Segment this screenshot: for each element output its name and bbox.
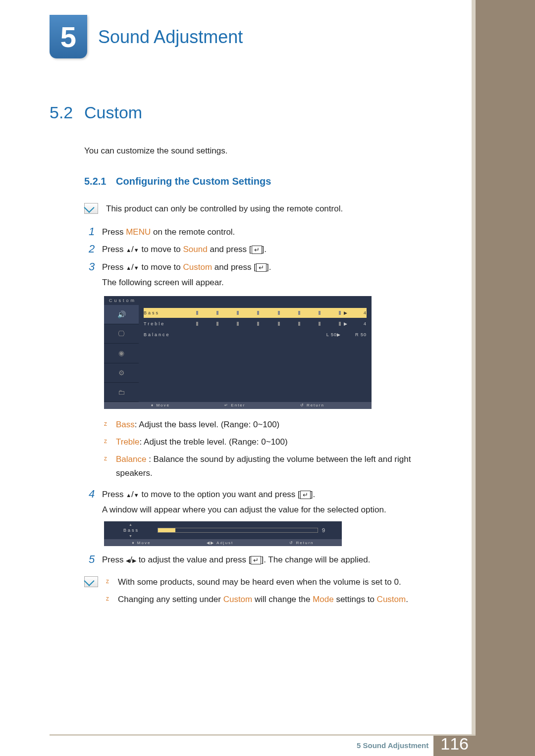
highlight-sound: Sound (183, 245, 208, 254)
footer-divider (50, 734, 476, 736)
note-block-1: This product can only be controlled by u… (84, 202, 446, 215)
arrow-right-icon: ▶ (344, 321, 349, 326)
osd2-footer-adjust: ◀▶ Adjust (207, 541, 233, 545)
osd-screenshot-custom: Custom 🔊 🖵 ◉ ⚙ 🗀 Bass ▶ 4 Treble (104, 296, 372, 409)
bullet-icon: z (106, 575, 118, 585)
osd-side-icon: ⚙ (104, 363, 139, 383)
enter-icon (256, 263, 267, 272)
osd-balance-l: L 50 (307, 332, 337, 337)
osd2-footer-move: ♦ Move (132, 541, 151, 545)
osd-balance-r: R 50 (342, 332, 367, 337)
osd2-footer: ♦ Move ◀▶ Adjust ↺ Return (104, 539, 342, 546)
chapter-header: 5 Sound Adjustment (50, 15, 446, 58)
bullet-balance: z Balance : Balance the sound by adjusti… (104, 453, 446, 479)
down-arrow-icon (134, 490, 139, 499)
osd2-value: 9 (322, 527, 337, 533)
osd2-slider-fill (158, 528, 175, 532)
page-content: 5 Sound Adjustment 5.2 Custom You can cu… (0, 0, 535, 610)
osd-side-icon: ◉ (104, 344, 139, 363)
bullet-label: Balance (116, 454, 149, 464)
osd2-label: Bass (109, 528, 154, 533)
osd-side-icon: 🖵 (104, 324, 139, 344)
up-arrow-icon (126, 490, 131, 499)
step-2: 2 Press / to move to Sound and press []. (84, 243, 446, 256)
bullet-icon: z (106, 593, 118, 602)
step-4: 4 Press / to move to the option you want… (84, 488, 446, 516)
step-text: Press MENU on the remote control. (99, 225, 446, 239)
step-number: 1 (84, 225, 99, 238)
osd-row-balance: Balance L 50 ▶ R 50 (144, 330, 367, 340)
enter-icon (251, 556, 261, 564)
bullet-treble: z Treble: Adjust the treble level. (Rang… (104, 435, 446, 449)
step-text: Press / to move to the option you want a… (99, 488, 446, 516)
note-text: This product can only be controlled by u… (106, 202, 343, 215)
step-3: 3 Press / to move to Custom and press []… (84, 260, 446, 289)
subsection-title: Configuring the Custom Settings (116, 176, 271, 187)
osd-value: 4 (349, 310, 367, 315)
bullet-icon: z (104, 435, 116, 445)
highlight-menu: MENU (126, 227, 151, 237)
step-sub-text: The following screen will appear. (102, 276, 446, 289)
page-footer: 5 Sound Adjustment 116 (0, 734, 476, 756)
page-number: 116 (433, 734, 476, 756)
chapter-number-badge: 5 (50, 15, 87, 58)
osd-side-icon: 🔊 (104, 305, 139, 324)
section-title: Custom (84, 103, 142, 122)
footer-chapter-ref: 5 Sound Adjustment (357, 741, 428, 750)
option-bullets: z Bass: Adjust the bass level. (Range: 0… (104, 418, 446, 480)
note-block-2: z With some products, sound may be heard… (84, 575, 446, 610)
osd-footer-move: ♦ Move (151, 403, 170, 407)
osd-ticks (196, 311, 341, 315)
down-arrow-icon (134, 245, 139, 254)
up-arrow-icon (126, 262, 131, 272)
subsection-header: 5.2.1 Configuring the Custom Settings (84, 176, 446, 187)
step-sub-text: A window will appear where you can adjus… (102, 503, 446, 516)
osd-label: Treble (144, 321, 193, 326)
osd-value: 4 (349, 321, 367, 326)
section-number: 5.2 (50, 103, 84, 122)
step-number: 5 (84, 553, 99, 566)
osd-screenshot-slider: Bass 9 ♦ Move ◀▶ Adjust ↺ Return (104, 521, 342, 546)
arrow-right-icon: ▶ (344, 310, 349, 315)
enter-icon (300, 491, 311, 499)
osd2-footer-return: ↺ Return (289, 541, 314, 545)
osd-footer-return: ↺ Return (300, 403, 324, 407)
down-arrow-icon (134, 262, 139, 272)
highlight-custom: Custom (183, 262, 213, 272)
osd-label: Balance (144, 332, 193, 337)
step-5: 5 Press / to adjust the value and press … (84, 553, 446, 566)
enter-icon (252, 246, 262, 254)
step-text: Press / to adjust the value and press []… (99, 553, 446, 566)
bullet-label: Treble (116, 437, 140, 447)
note-bullet-1: z With some products, sound may be heard… (106, 575, 446, 589)
arrow-right-icon: ▶ (337, 332, 342, 337)
osd-row-bass: Bass ▶ 4 (144, 308, 367, 318)
osd-row-treble: Treble ▶ 4 (144, 319, 367, 329)
subsection-number: 5.2.1 (84, 176, 116, 187)
osd-ticks (196, 322, 341, 326)
note-icon (84, 203, 98, 214)
step-text: Press / to move to Sound and press []. (99, 243, 446, 256)
step-number: 4 (84, 488, 99, 501)
osd-footer: ♦ Move ↵ Enter ↺ Return (104, 402, 372, 409)
section-header: 5.2 Custom (50, 103, 446, 122)
osd-main: Bass ▶ 4 Treble ▶ 4 Balance L 50 ▶ R 50 (139, 305, 372, 402)
osd2-slider (158, 528, 318, 533)
bullet-icon: z (104, 453, 116, 462)
osd-title: Custom (104, 296, 372, 305)
step-number: 3 (84, 260, 99, 273)
right-arrow-icon (132, 555, 136, 564)
bullet-bass: z Bass: Adjust the bass level. (Range: 0… (104, 418, 446, 431)
bullet-icon: z (104, 418, 116, 427)
up-arrow-icon (126, 245, 131, 254)
step-1: 1 Press MENU on the remote control. (84, 225, 446, 239)
bullet-label: Bass (116, 420, 135, 429)
osd-footer-enter: ↵ Enter (224, 403, 245, 407)
osd-side-icon: 🗀 (104, 383, 139, 402)
note-bullet-2: z Changing any setting under Custom will… (106, 593, 446, 606)
osd-sidebar: 🔊 🖵 ◉ ⚙ 🗀 (104, 305, 139, 402)
left-arrow-icon (126, 555, 130, 564)
chapter-title: Sound Adjustment (98, 27, 243, 48)
section-intro: You can customize the sound settings. (84, 146, 446, 156)
step-text: Press / to move to Custom and press []. … (99, 260, 446, 289)
